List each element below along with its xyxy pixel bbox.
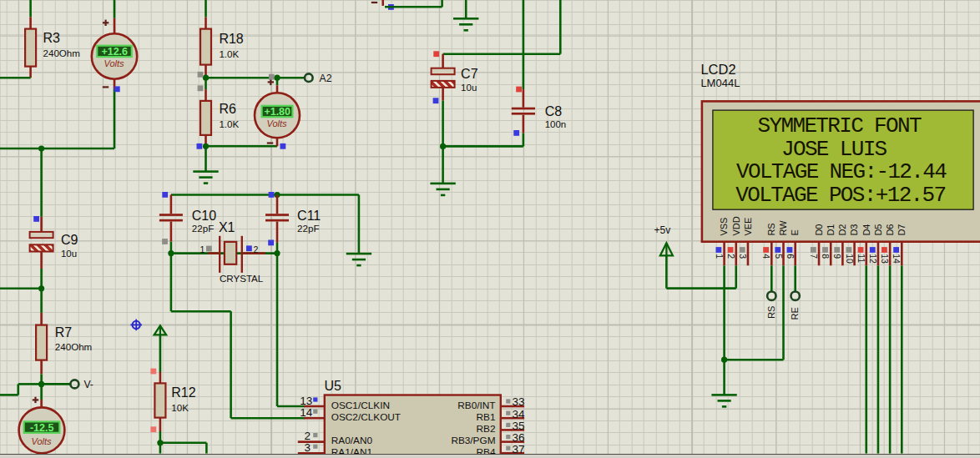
svg-text:11: 11 <box>856 254 866 263</box>
svg-text:10u: 10u <box>461 83 477 93</box>
svg-text:2: 2 <box>726 254 736 259</box>
svg-text:1.0K: 1.0K <box>219 118 239 129</box>
svg-text:Volts: Volts <box>266 118 287 128</box>
svg-text:R7: R7 <box>55 325 73 340</box>
svg-text:-12.5: -12.5 <box>30 422 54 434</box>
svg-text:D4: D4 <box>861 224 871 236</box>
svg-text:D2: D2 <box>837 224 847 236</box>
svg-text:D1: D1 <box>826 224 836 236</box>
svg-text:14: 14 <box>300 406 313 419</box>
svg-text:D3: D3 <box>849 224 859 236</box>
svg-text:3: 3 <box>738 254 748 259</box>
svg-text:1.0K: 1.0K <box>219 48 239 59</box>
svg-text:13: 13 <box>880 254 890 264</box>
svg-text:D7: D7 <box>897 224 907 236</box>
svg-text:JOSE LUIS: JOSE LUIS <box>781 137 887 162</box>
svg-text:R6: R6 <box>219 102 236 116</box>
svg-text:34: 34 <box>512 408 525 420</box>
svg-text:X1: X1 <box>219 220 235 234</box>
svg-text:R3: R3 <box>43 31 61 45</box>
svg-text:VEE: VEE <box>743 218 753 236</box>
svg-text:RB3/PGM: RB3/PGM <box>451 435 495 446</box>
svg-text:8: 8 <box>821 254 831 259</box>
svg-text:1: 1 <box>200 244 205 254</box>
svg-text:A2: A2 <box>320 73 332 84</box>
svg-text:13: 13 <box>300 395 312 407</box>
svg-text:33: 33 <box>512 395 524 408</box>
svg-text:SYMMETRIC FONT: SYMMETRIC FONT <box>758 113 922 138</box>
svg-text:22pF: 22pF <box>192 223 214 234</box>
svg-text:RS: RS <box>766 223 776 235</box>
svg-text:10: 10 <box>845 254 855 264</box>
svg-text:C11: C11 <box>297 209 321 223</box>
svg-text:OSC2/CLKOUT: OSC2/CLKOUT <box>331 411 401 423</box>
svg-text:35: 35 <box>512 420 524 432</box>
svg-text:6: 6 <box>786 254 796 259</box>
svg-text:CRYSTAL: CRYSTAL <box>220 273 264 284</box>
svg-text:R18: R18 <box>219 32 243 46</box>
svg-text:RB1: RB1 <box>477 411 496 423</box>
svg-text:1: 1 <box>715 254 725 259</box>
svg-text:D6: D6 <box>885 224 895 236</box>
svg-text:VSS: VSS <box>719 218 729 236</box>
svg-text:E: E <box>790 229 800 235</box>
svg-text:D0: D0 <box>814 224 824 236</box>
svg-text:Volts: Volts <box>104 58 124 68</box>
svg-text:RA0/AN0: RA0/AN0 <box>331 435 373 446</box>
svg-text:RW: RW <box>778 220 788 236</box>
svg-text:C8: C8 <box>545 104 563 118</box>
svg-text:C10: C10 <box>192 209 216 223</box>
svg-text:C7: C7 <box>461 67 478 81</box>
svg-text:Volts: Volts <box>31 436 52 446</box>
svg-text:+5v: +5v <box>654 224 671 236</box>
svg-text:D5: D5 <box>873 224 883 236</box>
svg-text:240Ohm: 240Ohm <box>55 341 92 352</box>
svg-text:14: 14 <box>892 254 902 264</box>
svg-text:4: 4 <box>761 254 771 259</box>
svg-text:5: 5 <box>774 254 784 259</box>
svg-text:U5: U5 <box>325 379 342 393</box>
svg-text:9: 9 <box>832 254 842 259</box>
svg-text:VDD: VDD <box>731 216 741 235</box>
svg-text:10K: 10K <box>171 402 189 413</box>
svg-text:LM044L: LM044L <box>700 77 740 89</box>
svg-text:OSC1/CLKIN: OSC1/CLKIN <box>331 400 390 411</box>
svg-text:V-: V- <box>83 379 93 390</box>
svg-text:R12: R12 <box>171 385 195 400</box>
svg-text:10u: 10u <box>61 249 77 259</box>
svg-text:3: 3 <box>304 441 311 454</box>
svg-text:240Ohm: 240Ohm <box>43 48 80 58</box>
svg-text:+12.6: +12.6 <box>101 46 128 58</box>
svg-text:VOLTAGE NEG:-12.44: VOLTAGE NEG:-12.44 <box>736 159 947 184</box>
svg-text:RB0/INT: RB0/INT <box>457 400 495 411</box>
svg-text:2: 2 <box>254 244 259 254</box>
svg-text:RB2: RB2 <box>477 423 496 435</box>
svg-text:22pF: 22pF <box>297 223 319 234</box>
svg-text:+1.80: +1.80 <box>264 106 290 118</box>
svg-text:7: 7 <box>809 254 819 259</box>
svg-text:RS: RS <box>766 306 776 319</box>
svg-text:LCD2: LCD2 <box>700 62 735 77</box>
svg-text:12: 12 <box>868 254 878 264</box>
svg-text:VOLTAGE POS:+12.57: VOLTAGE POS:+12.57 <box>735 183 945 208</box>
svg-text:C9: C9 <box>61 233 78 247</box>
svg-text:RE: RE <box>790 307 800 320</box>
svg-text:100n: 100n <box>545 119 567 129</box>
